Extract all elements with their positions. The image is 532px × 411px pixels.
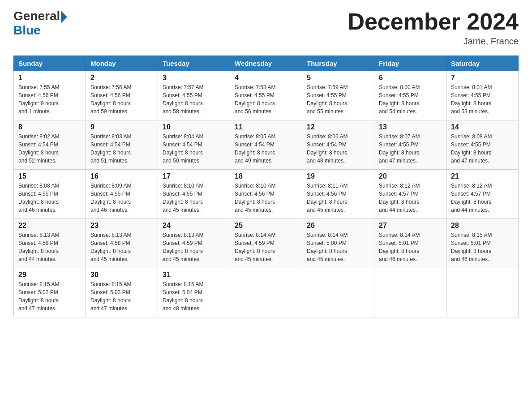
day-info: Sunrise: 7:55 AM Sunset: 4:56 PM Dayligh… xyxy=(18,83,81,116)
logo-general-text: General xyxy=(13,9,60,23)
day-info: Sunrise: 8:05 AM Sunset: 4:54 PM Dayligh… xyxy=(235,133,297,165)
day-number: 21 xyxy=(451,172,514,180)
day-number: 5 xyxy=(307,74,369,82)
day-number: 4 xyxy=(235,74,297,82)
day-info: Sunrise: 7:58 AM Sunset: 4:55 PM Dayligh… xyxy=(235,83,297,116)
day-cell xyxy=(230,268,302,317)
day-cell: 6 Sunrise: 8:00 AM Sunset: 4:55 PM Dayli… xyxy=(374,71,446,120)
week-row-1: 1 Sunrise: 7:55 AM Sunset: 4:56 PM Dayli… xyxy=(14,71,519,120)
day-info: Sunrise: 8:15 AM Sunset: 5:01 PM Dayligh… xyxy=(451,231,514,263)
day-cell: 13 Sunrise: 8:07 AM Sunset: 4:55 PM Dayl… xyxy=(374,120,446,170)
day-number: 14 xyxy=(451,123,514,131)
day-info: Sunrise: 8:10 AM Sunset: 4:55 PM Dayligh… xyxy=(163,182,225,214)
day-cell: 3 Sunrise: 7:57 AM Sunset: 4:55 PM Dayli… xyxy=(158,71,230,120)
week-row-4: 22 Sunrise: 8:13 AM Sunset: 4:58 PM Dayl… xyxy=(14,219,519,268)
day-number: 18 xyxy=(235,172,297,180)
day-cell: 1 Sunrise: 7:55 AM Sunset: 4:56 PM Dayli… xyxy=(14,71,86,120)
day-header-saturday: Saturday xyxy=(446,56,519,71)
day-number: 26 xyxy=(307,222,369,230)
day-info: Sunrise: 8:14 AM Sunset: 5:00 PM Dayligh… xyxy=(307,231,369,263)
day-number: 16 xyxy=(90,172,153,180)
day-info: Sunrise: 8:11 AM Sunset: 4:56 PM Dayligh… xyxy=(307,182,369,214)
day-cell: 18 Sunrise: 8:10 AM Sunset: 4:56 PM Dayl… xyxy=(230,170,302,219)
day-info: Sunrise: 8:15 AM Sunset: 5:02 PM Dayligh… xyxy=(18,280,81,313)
day-number: 24 xyxy=(163,222,225,230)
page-header: General Blue December 2024 Jarrie, Franc… xyxy=(13,9,519,47)
day-cell: 9 Sunrise: 8:03 AM Sunset: 4:54 PM Dayli… xyxy=(86,120,158,170)
day-cell: 8 Sunrise: 8:02 AM Sunset: 4:54 PM Dayli… xyxy=(14,120,86,170)
day-info: Sunrise: 8:12 AM Sunset: 4:57 PM Dayligh… xyxy=(379,182,442,214)
day-info: Sunrise: 8:00 AM Sunset: 4:55 PM Dayligh… xyxy=(379,83,442,116)
day-info: Sunrise: 8:06 AM Sunset: 4:54 PM Dayligh… xyxy=(307,133,369,165)
day-info: Sunrise: 8:15 AM Sunset: 5:03 PM Dayligh… xyxy=(90,280,153,313)
day-number: 13 xyxy=(379,123,442,131)
day-info: Sunrise: 8:15 AM Sunset: 5:04 PM Dayligh… xyxy=(163,280,225,313)
day-cell: 14 Sunrise: 8:08 AM Sunset: 4:55 PM Dayl… xyxy=(446,120,519,170)
day-number: 22 xyxy=(18,222,81,230)
day-info: Sunrise: 8:14 AM Sunset: 5:01 PM Dayligh… xyxy=(379,231,442,263)
day-number: 9 xyxy=(90,123,153,131)
day-cell: 11 Sunrise: 8:05 AM Sunset: 4:54 PM Dayl… xyxy=(230,120,302,170)
day-cell: 28 Sunrise: 8:15 AM Sunset: 5:01 PM Dayl… xyxy=(446,219,519,268)
day-info: Sunrise: 7:57 AM Sunset: 4:55 PM Dayligh… xyxy=(163,83,225,116)
day-info: Sunrise: 8:13 AM Sunset: 4:59 PM Dayligh… xyxy=(163,231,225,263)
logo: General Blue xyxy=(13,9,67,38)
day-cell: 21 Sunrise: 8:12 AM Sunset: 4:57 PM Dayl… xyxy=(446,170,519,219)
week-row-3: 15 Sunrise: 8:08 AM Sunset: 4:55 PM Dayl… xyxy=(14,170,519,219)
day-info: Sunrise: 8:07 AM Sunset: 4:55 PM Dayligh… xyxy=(379,133,442,165)
day-cell: 5 Sunrise: 7:59 AM Sunset: 4:55 PM Dayli… xyxy=(302,71,374,120)
day-cell: 19 Sunrise: 8:11 AM Sunset: 4:56 PM Dayl… xyxy=(302,170,374,219)
day-number: 15 xyxy=(18,172,81,180)
day-info: Sunrise: 8:04 AM Sunset: 4:54 PM Dayligh… xyxy=(163,133,225,165)
day-cell: 24 Sunrise: 8:13 AM Sunset: 4:59 PM Dayl… xyxy=(158,219,230,268)
day-number: 3 xyxy=(163,74,225,82)
day-cell: 22 Sunrise: 8:13 AM Sunset: 4:58 PM Dayl… xyxy=(14,219,86,268)
title-block: December 2024 Jarrie, France xyxy=(348,9,519,47)
day-number: 2 xyxy=(90,74,153,82)
day-number: 1 xyxy=(18,74,81,82)
day-info: Sunrise: 8:08 AM Sunset: 4:55 PM Dayligh… xyxy=(451,133,514,165)
day-cell: 27 Sunrise: 8:14 AM Sunset: 5:01 PM Dayl… xyxy=(374,219,446,268)
day-info: Sunrise: 8:01 AM Sunset: 4:55 PM Dayligh… xyxy=(451,83,514,116)
day-header-monday: Monday xyxy=(86,56,158,71)
day-cell: 7 Sunrise: 8:01 AM Sunset: 4:55 PM Dayli… xyxy=(446,71,519,120)
day-number: 7 xyxy=(451,74,514,82)
day-header-friday: Friday xyxy=(374,56,446,71)
calendar-table: SundayMondayTuesdayWednesdayThursdayFrid… xyxy=(13,56,519,317)
day-cell: 30 Sunrise: 8:15 AM Sunset: 5:03 PM Dayl… xyxy=(86,268,158,317)
day-info: Sunrise: 8:09 AM Sunset: 4:55 PM Dayligh… xyxy=(90,182,153,214)
day-cell: 25 Sunrise: 8:14 AM Sunset: 4:59 PM Dayl… xyxy=(230,219,302,268)
day-number: 12 xyxy=(307,123,369,131)
day-cell: 17 Sunrise: 8:10 AM Sunset: 4:55 PM Dayl… xyxy=(158,170,230,219)
day-cell xyxy=(302,268,374,317)
location-text: Jarrie, France xyxy=(348,36,519,47)
day-number: 6 xyxy=(379,74,442,82)
day-info: Sunrise: 8:03 AM Sunset: 4:54 PM Dayligh… xyxy=(90,133,153,165)
day-cell: 29 Sunrise: 8:15 AM Sunset: 5:02 PM Dayl… xyxy=(14,268,86,317)
day-number: 29 xyxy=(18,271,81,279)
day-number: 31 xyxy=(163,271,225,279)
day-cell xyxy=(446,268,519,317)
day-header-row: SundayMondayTuesdayWednesdayThursdayFrid… xyxy=(14,56,519,71)
day-header-sunday: Sunday xyxy=(14,56,86,71)
day-info: Sunrise: 8:02 AM Sunset: 4:54 PM Dayligh… xyxy=(18,133,81,165)
day-cell xyxy=(374,268,446,317)
day-cell: 26 Sunrise: 8:14 AM Sunset: 5:00 PM Dayl… xyxy=(302,219,374,268)
day-number: 10 xyxy=(163,123,225,131)
day-info: Sunrise: 8:14 AM Sunset: 4:59 PM Dayligh… xyxy=(235,231,297,263)
month-title: December 2024 xyxy=(348,9,519,34)
day-cell: 2 Sunrise: 7:56 AM Sunset: 4:56 PM Dayli… xyxy=(86,71,158,120)
week-row-2: 8 Sunrise: 8:02 AM Sunset: 4:54 PM Dayli… xyxy=(14,120,519,170)
day-cell: 16 Sunrise: 8:09 AM Sunset: 4:55 PM Dayl… xyxy=(86,170,158,219)
logo-blue-text: Blue xyxy=(13,23,67,38)
day-cell: 20 Sunrise: 8:12 AM Sunset: 4:57 PM Dayl… xyxy=(374,170,446,219)
day-number: 23 xyxy=(90,222,153,230)
day-number: 28 xyxy=(451,222,514,230)
day-cell: 23 Sunrise: 8:13 AM Sunset: 4:58 PM Dayl… xyxy=(86,219,158,268)
day-info: Sunrise: 8:08 AM Sunset: 4:55 PM Dayligh… xyxy=(18,182,81,214)
day-cell: 10 Sunrise: 8:04 AM Sunset: 4:54 PM Dayl… xyxy=(158,120,230,170)
day-cell: 31 Sunrise: 8:15 AM Sunset: 5:04 PM Dayl… xyxy=(158,268,230,317)
day-info: Sunrise: 8:13 AM Sunset: 4:58 PM Dayligh… xyxy=(90,231,153,263)
day-cell: 4 Sunrise: 7:58 AM Sunset: 4:55 PM Dayli… xyxy=(230,71,302,120)
day-number: 20 xyxy=(379,172,442,180)
